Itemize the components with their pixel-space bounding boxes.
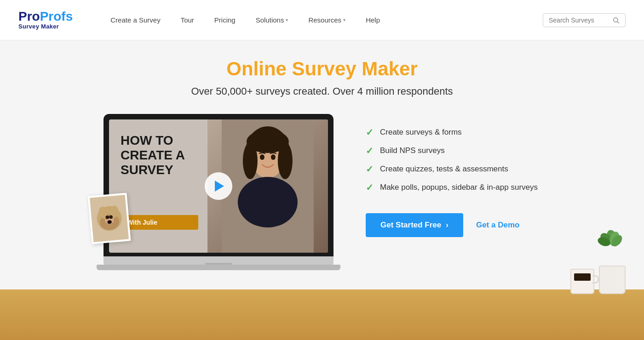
svg-point-11 xyxy=(271,154,276,160)
dog-photo xyxy=(88,193,131,244)
hero-content: HOW TO CREATE A SURVEY With Julie xyxy=(46,114,598,270)
desk-items xyxy=(570,266,626,294)
hero-subtitle: Over 50,000+ surveys created. Over 4 mil… xyxy=(191,85,453,97)
laptop-screen: HOW TO CREATE A SURVEY With Julie xyxy=(109,119,328,253)
search-icon xyxy=(612,17,620,24)
desk xyxy=(0,289,644,340)
svg-point-9 xyxy=(238,177,298,227)
svg-point-0 xyxy=(614,17,618,22)
cta-row: Get Started Free › Get a Demo xyxy=(366,213,540,237)
logo-pro: Pro xyxy=(18,9,40,23)
check-icon-1: ✓ xyxy=(366,127,374,138)
get-started-label: Get Started Free xyxy=(380,221,441,230)
header: ProProfs Survey Maker Create a Survey To… xyxy=(0,0,644,40)
laptop-base xyxy=(104,256,334,265)
features-list: ✓ Create surveys & forms ✓ Build NPS sur… xyxy=(366,123,540,197)
feature-item-4: ✓ Make polls, popups, sidebar & in-app s… xyxy=(366,178,540,197)
coffee-mug xyxy=(570,269,594,294)
screen-heading: HOW TO CREATE A SURVEY xyxy=(121,133,198,178)
laptop-body: HOW TO CREATE A SURVEY With Julie xyxy=(104,114,334,256)
dog-image xyxy=(90,195,129,242)
nav-pricing[interactable]: Pricing xyxy=(204,16,246,24)
search-box[interactable] xyxy=(543,13,626,27)
screen-content: HOW TO CREATE A SURVEY With Julie xyxy=(109,119,328,253)
svg-point-10 xyxy=(260,154,264,160)
hero-title: Online Survey Maker xyxy=(226,58,418,80)
feature-item-2: ✓ Build NPS surveys xyxy=(366,142,540,160)
check-icon-3: ✓ xyxy=(366,164,374,175)
plant-leaves xyxy=(596,230,628,266)
svg-point-7 xyxy=(247,130,289,153)
plant-pot xyxy=(599,266,626,294)
laptop-container: HOW TO CREATE A SURVEY With Julie xyxy=(104,114,334,270)
hero-section: Online Survey Maker Over 50,000+ surveys… xyxy=(0,40,644,340)
feature-item-3: ✓ Create quizzes, tests & assessments xyxy=(366,160,540,178)
logo-profs: Profs xyxy=(40,9,73,23)
svg-line-1 xyxy=(617,22,619,23)
nav-tour[interactable]: Tour xyxy=(171,16,204,24)
logo[interactable]: ProProfs Survey Maker xyxy=(18,10,73,30)
search-input[interactable] xyxy=(549,17,610,24)
laptop-foot xyxy=(97,265,340,270)
laptop: HOW TO CREATE A SURVEY With Julie xyxy=(104,114,334,270)
main-nav: Create a Survey Tour Pricing Solutions ▾… xyxy=(100,16,543,24)
get-started-button[interactable]: Get Started Free › xyxy=(366,213,463,237)
logo-subtitle: Survey Maker xyxy=(18,23,73,30)
screen-badge: With Julie xyxy=(121,215,198,230)
solutions-dropdown-arrow: ▾ xyxy=(286,17,288,23)
hero-right: ✓ Create surveys & forms ✓ Build NPS sur… xyxy=(366,114,540,237)
play-button[interactable] xyxy=(205,172,232,200)
get-demo-button[interactable]: Get a Demo xyxy=(476,221,519,230)
feature-label-3: Create quizzes, tests & assessments xyxy=(380,164,508,174)
mug-handle xyxy=(592,275,599,283)
get-started-arrow: › xyxy=(446,221,448,230)
feature-label-1: Create surveys & forms xyxy=(380,128,462,137)
nav-solutions[interactable]: Solutions ▾ xyxy=(246,16,299,24)
check-icon-2: ✓ xyxy=(366,145,374,156)
nav-help[interactable]: Help xyxy=(356,16,390,24)
check-icon-4: ✓ xyxy=(366,182,374,193)
nav-resources[interactable]: Resources ▾ xyxy=(298,16,356,24)
feature-item-1: ✓ Create surveys & forms xyxy=(366,123,540,142)
feature-label-2: Build NPS surveys xyxy=(380,146,445,155)
feature-label-4: Make polls, popups, sidebar & in-app sur… xyxy=(380,183,538,192)
resources-dropdown-arrow: ▾ xyxy=(343,17,345,23)
nav-create-survey[interactable]: Create a Survey xyxy=(100,16,170,24)
play-icon xyxy=(215,181,224,192)
